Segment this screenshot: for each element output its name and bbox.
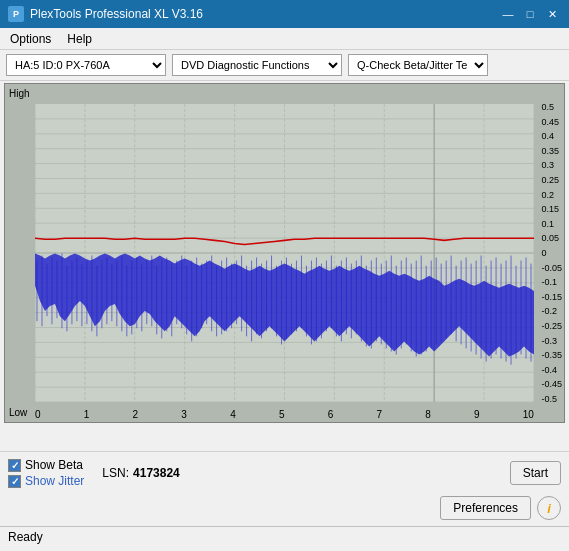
menu-help[interactable]: Help [61,30,98,48]
show-jitter-checkbox[interactable] [8,475,21,488]
window-controls: — □ ✕ [499,5,561,23]
status-bar: Ready [0,526,569,546]
lsn-value: 4173824 [133,466,180,480]
minimize-button[interactable]: — [499,5,517,23]
test-select[interactable]: Q-Check Beta/Jitter Test [348,54,488,76]
title-bar-left: P PlexTools Professional XL V3.16 [8,6,203,22]
status-text: Ready [8,530,43,544]
lsn-label: LSN: [102,466,129,480]
menu-options[interactable]: Options [4,30,57,48]
drive-select[interactable]: HA:5 ID:0 PX-760A [6,54,166,76]
show-jitter-label: Show Jitter [25,474,84,488]
chart-container: High Low 0.5 0.45 0.4 0.35 0.3 0.25 0.2 … [4,83,565,423]
x-axis-labels: 0 1 2 3 4 5 6 7 8 9 10 [35,409,534,420]
show-beta-checkbox[interactable] [8,459,21,472]
info-button[interactable]: i [537,496,561,520]
toolbar: HA:5 ID:0 PX-760A DVD Diagnostic Functio… [0,50,569,81]
chart-plot-area: 0 1 2 3 4 5 6 7 8 9 10 [35,104,534,402]
bottom-row2: Preferences i [0,494,569,526]
show-beta-row: Show Beta [8,458,84,472]
title-bar: P PlexTools Professional XL V3.16 — □ ✕ [0,0,569,28]
chart-high-label: High [9,88,30,99]
app-icon: P [8,6,24,22]
lsn-section: LSN: 4173824 [102,466,179,480]
chart-svg [35,104,534,402]
close-button[interactable]: ✕ [543,5,561,23]
window-title: PlexTools Professional XL V3.16 [30,7,203,21]
bottom-panel: Show Beta Show Jitter LSN: 4173824 Start [0,451,569,494]
show-jitter-row: Show Jitter [8,474,84,488]
preferences-button[interactable]: Preferences [440,496,531,520]
right-buttons: Start [510,461,561,485]
maximize-button[interactable]: □ [521,5,539,23]
svg-marker-31 [35,254,534,357]
start-button[interactable]: Start [510,461,561,485]
show-beta-label: Show Beta [25,458,83,472]
chart-low-label: Low [9,407,27,418]
checkboxes-group: Show Beta Show Jitter [8,458,84,488]
function-select[interactable]: DVD Diagnostic Functions [172,54,342,76]
y-axis-labels: 0.5 0.45 0.4 0.35 0.3 0.25 0.2 0.15 0.1 … [541,102,562,404]
menu-bar: Options Help [0,28,569,50]
